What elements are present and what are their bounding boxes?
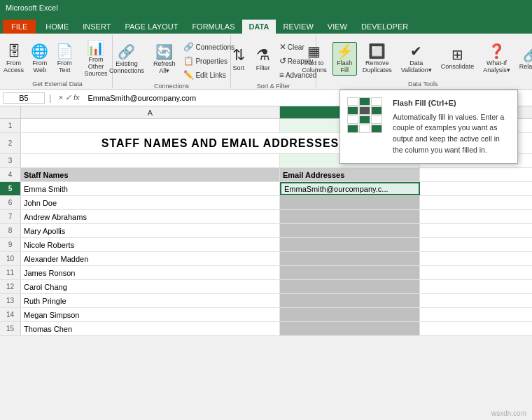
group-connections: 🔗 ExistingConnections 🔄 RefreshAll▾ 🔗 Co… xyxy=(113,35,231,88)
cell-b11[interactable] xyxy=(280,266,420,279)
tab-formulas[interactable]: FORMULAS xyxy=(185,20,241,34)
group-data-tools-label: Data Tools xyxy=(408,79,438,88)
btn-refresh-all[interactable]: 🔄 RefreshAll▾ xyxy=(150,43,179,76)
btn-filter[interactable]: ⚗ Filter xyxy=(252,46,274,74)
tab-page-layout[interactable]: PAGE LAYOUT xyxy=(118,20,185,34)
cell-b8[interactable] xyxy=(280,224,420,237)
formula-separator: | xyxy=(48,92,52,103)
table-row: 8 Mary Apollis xyxy=(0,224,532,238)
table-row: 15 Thomas Chen xyxy=(0,322,532,336)
btn-what-if[interactable]: ❓ What-IfAnalysis▾ xyxy=(479,42,514,76)
cell-a11[interactable]: James Ronson xyxy=(21,266,280,279)
fx-button[interactable]: × ✓ fx xyxy=(55,93,82,102)
table-row: 13 Ruth Pringle xyxy=(0,294,532,308)
ribbon-tabs: FILE HOME INSERT PAGE LAYOUT FORMULAS DA… xyxy=(0,15,532,34)
data-validation-icon: ✔ xyxy=(410,44,422,58)
cell-a9[interactable]: Nicole Roberts xyxy=(21,238,280,251)
btn-existing-connections[interactable]: 🔗 ExistingConnections xyxy=(106,43,148,76)
cell-b13[interactable] xyxy=(280,294,420,307)
cell-b7[interactable] xyxy=(280,210,420,223)
row-num-9: 9 xyxy=(0,238,21,251)
group-data-tools-content: ▦ Text toColumns ⚡ FlashFill 🔲 RemoveDup… xyxy=(297,35,532,79)
cell-b6[interactable] xyxy=(280,196,420,209)
btn-remove-duplicates[interactable]: 🔲 RemoveDuplicates xyxy=(359,42,396,76)
from-access-icon: 🗄 xyxy=(7,44,21,58)
tab-home[interactable]: HOME xyxy=(38,20,76,34)
cell-b15[interactable] xyxy=(280,322,420,335)
tab-review[interactable]: REVIEW xyxy=(276,20,320,34)
table-row: 5 Emma Smith EmmaSmith@ourcompany.c... xyxy=(0,182,532,196)
flash-fill-tooltip: Flash Fill (Ctrl+E) Automatically fill i… xyxy=(340,90,518,164)
btn-from-web[interactable]: 🌐 FromWeb xyxy=(29,42,51,76)
properties-label: Properties xyxy=(195,57,227,65)
btn-relationships[interactable]: 🔗 Relatio... xyxy=(516,46,532,72)
advanced-icon: ≡ xyxy=(279,70,284,80)
what-if-icon: ❓ xyxy=(488,44,505,58)
relationships-icon: 🔗 xyxy=(523,48,532,62)
from-text-icon: 📄 xyxy=(56,44,74,58)
cell-a6[interactable]: John Doe xyxy=(21,196,280,209)
row-num-12: 12 xyxy=(0,280,21,293)
cell-b12[interactable] xyxy=(280,280,420,293)
tooltip-icon-area xyxy=(347,97,386,156)
cell-b4[interactable]: Email Addresses xyxy=(280,168,420,181)
table-row: 7 Andrew Abrahams xyxy=(0,210,532,224)
row-num-5: 5 xyxy=(0,182,21,195)
row-num-15: 15 xyxy=(0,322,21,335)
tab-developer[interactable]: DEVELOPER xyxy=(354,20,415,34)
group-sort-filter-label: Sort & Filter xyxy=(257,81,290,90)
cell-a1[interactable] xyxy=(21,119,280,132)
cell-a4[interactable]: Staff Names xyxy=(21,168,280,181)
consolidate-icon: ⊞ xyxy=(451,48,463,62)
cell-a3[interactable] xyxy=(21,154,280,167)
tab-insert[interactable]: INSERT xyxy=(76,20,118,34)
flash-fill-icon: ⚡ xyxy=(336,44,354,58)
group-connections-label: Connections xyxy=(154,81,189,90)
cell-b10[interactable] xyxy=(280,252,420,265)
cell-b5[interactable]: EmmaSmith@ourcompany.c... xyxy=(280,182,420,195)
btn-filter-label: Filter xyxy=(256,64,270,71)
btn-consolidate[interactable]: ⊞ Consolidate xyxy=(438,46,478,72)
row-num-6: 6 xyxy=(0,196,21,209)
ribbon-body: 🗄 FromAccess 🌐 FromWeb 📄 FromText 📊 From… xyxy=(0,34,532,90)
refresh-all-icon: 🔄 xyxy=(155,45,173,59)
tooltip-description: Automatically fill in values. Enter a co… xyxy=(393,112,510,156)
text-to-columns-icon: ▦ xyxy=(307,44,321,58)
btn-text-to-columns-label: Text toColumns xyxy=(302,59,327,74)
tab-file[interactable]: FILE xyxy=(3,20,36,34)
cell-a13[interactable]: Ruth Pringle xyxy=(21,294,280,307)
row-num-3: 3 xyxy=(0,154,21,167)
btn-flash-fill[interactable]: ⚡ FlashFill xyxy=(332,42,357,76)
btn-data-validation[interactable]: ✔ DataValidation▾ xyxy=(398,42,435,76)
row-num-header-corner xyxy=(0,106,21,118)
table-row: 6 John Doe xyxy=(0,196,532,210)
col-header-a[interactable]: A xyxy=(21,106,280,118)
btn-text-to-columns[interactable]: ▦ Text toColumns xyxy=(298,42,330,76)
row-num-11: 11 xyxy=(0,266,21,279)
cell-a5[interactable]: Emma Smith xyxy=(21,182,280,195)
title-bar: Microsoft Excel xyxy=(0,0,532,15)
cell-a14[interactable]: Megan Simpson xyxy=(21,308,280,321)
tab-data[interactable]: DATA xyxy=(242,20,276,34)
btn-from-text[interactable]: 📄 FromText xyxy=(53,42,76,76)
btn-from-access[interactable]: 🗄 FromAccess xyxy=(1,42,27,76)
btn-existing-connections-label: ExistingConnections xyxy=(109,60,144,74)
row-num-8: 8 xyxy=(0,224,21,237)
cell-a10[interactable]: Alexander Madden xyxy=(21,252,280,265)
edit-links-icon: ✏️ xyxy=(183,70,194,80)
table-row: 4 Staff Names Email Addresses xyxy=(0,168,532,182)
btn-sort[interactable]: ⇅ Sort xyxy=(227,46,250,74)
tab-view[interactable]: VIEW xyxy=(321,20,354,34)
cell-a8[interactable]: Mary Apollis xyxy=(21,224,280,237)
cell-a15[interactable]: Thomas Chen xyxy=(21,322,280,335)
cell-a7[interactable]: Andrew Abrahams xyxy=(21,210,280,223)
btn-from-text-label: FromText xyxy=(57,59,72,74)
table-row: 14 Megan Simpson xyxy=(0,308,532,322)
cell-b9[interactable] xyxy=(280,238,420,251)
cell-reference[interactable] xyxy=(3,92,45,104)
group-get-external-data-content: 🗄 FromAccess 🌐 FromWeb 📄 FromText 📊 From… xyxy=(0,35,115,79)
cell-b14[interactable] xyxy=(280,308,420,321)
existing-connections-icon: 🔗 xyxy=(118,45,135,59)
cell-a12[interactable]: Carol Chang xyxy=(21,280,280,293)
btn-from-web-label: FromWeb xyxy=(32,59,47,74)
